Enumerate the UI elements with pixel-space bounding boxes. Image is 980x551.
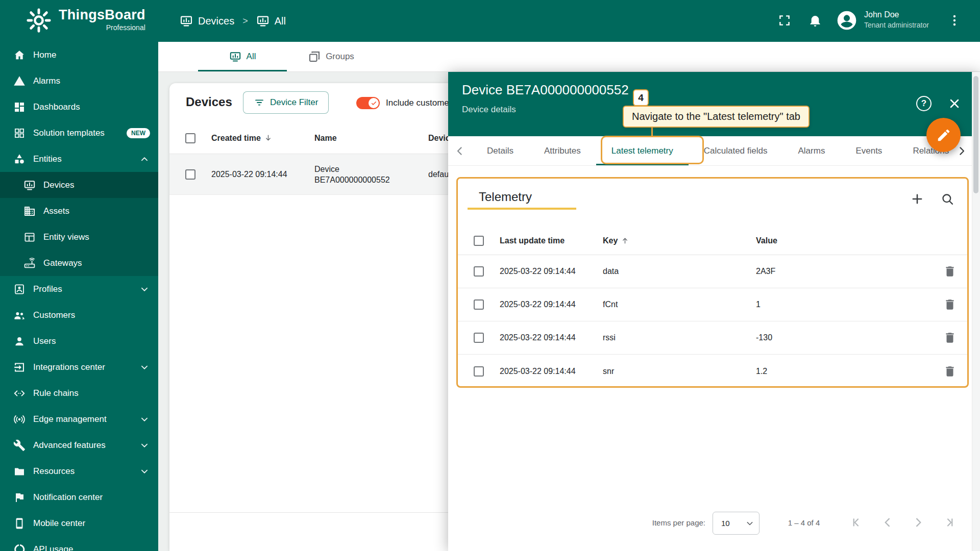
- device-filter-label: Device Filter: [270, 97, 318, 108]
- value-cell: -130: [756, 333, 933, 342]
- items-per-page-select[interactable]: 10: [713, 512, 760, 535]
- tab-groups[interactable]: Groups: [287, 42, 376, 71]
- more-menu-button[interactable]: [947, 13, 962, 28]
- breadcrumb-devices[interactable]: Devices: [180, 14, 234, 28]
- search-telemetry-button[interactable]: [940, 192, 954, 206]
- telemetry-rows: 2025-03-22 09:14:44data2A3F2025-03-22 09…: [458, 255, 967, 388]
- user-info: John Doe Tenant administrator: [864, 10, 929, 29]
- chevron-down-icon: [139, 362, 150, 373]
- telemetry-card: Telemetry Last update timeKeyValue 2025-…: [456, 177, 969, 388]
- tab-all-label: All: [247, 52, 256, 62]
- notifications-bell-button[interactable]: [808, 13, 822, 28]
- sidebar-item-rule-chains[interactable]: Rule chains: [0, 380, 158, 406]
- sidebar-item-mobile-center[interactable]: Mobile center: [0, 510, 158, 536]
- row-checkbox[interactable]: [474, 266, 484, 277]
- panel-scrollbar[interactable]: [972, 72, 980, 551]
- sidebar-item-home[interactable]: Home: [0, 42, 158, 68]
- column-header-key[interactable]: Key: [603, 236, 756, 245]
- sidebar-item-integrations-center[interactable]: Integrations center: [0, 354, 158, 380]
- first-page-button[interactable]: [850, 516, 864, 529]
- annotation-connector: [651, 127, 653, 137]
- last-page-button[interactable]: [942, 516, 955, 529]
- delete-telemetry-button[interactable]: [943, 298, 957, 311]
- next-page-button[interactable]: [912, 516, 925, 529]
- thingsboard-logo-icon: [25, 7, 53, 34]
- last-update-time-cell: 2025-03-22 09:14:44: [500, 333, 603, 342]
- row-checkbox[interactable]: [474, 333, 484, 343]
- last-update-time-cell: 2025-03-22 09:14:44: [500, 367, 603, 376]
- breadcrumb-all[interactable]: All: [256, 14, 286, 28]
- include-customers-label: Include customers: [386, 98, 456, 108]
- sidebar-item-entity-views[interactable]: Entity views: [0, 224, 158, 250]
- row-checkbox[interactable]: [474, 299, 484, 310]
- tab-attributes[interactable]: Attributes: [529, 136, 596, 165]
- alarms-icon: [13, 75, 26, 87]
- telemetry-row-data[interactable]: 2025-03-22 09:14:44data2A3F: [458, 255, 967, 288]
- column-header-last-update-time[interactable]: Last update time: [500, 236, 603, 245]
- edit-device-fab[interactable]: [926, 118, 961, 152]
- sidebar-item-solution-templates[interactable]: Solution templatesNEW: [0, 120, 158, 146]
- telemetry-row-snr[interactable]: 2025-03-22 09:14:44snr1.2: [458, 355, 967, 388]
- advanced-icon: [13, 439, 26, 452]
- thingsboard-app: ThingsBoard Professional Devices > All J…: [0, 0, 980, 551]
- assets-icon: [23, 205, 36, 217]
- sidebar-item-users[interactable]: Users: [0, 328, 158, 354]
- user-avatar[interactable]: [836, 9, 858, 32]
- telemetry-row-fcnt[interactable]: 2025-03-22 09:14:44fCnt1: [458, 288, 967, 321]
- sidebar-item-profiles[interactable]: Profiles: [0, 276, 158, 302]
- tab-alarms[interactable]: Alarms: [782, 136, 840, 165]
- sidebar-item-resources[interactable]: Resources: [0, 458, 158, 484]
- customers-icon: [13, 309, 26, 321]
- actions-cell: [933, 298, 967, 311]
- delete-telemetry-button[interactable]: [943, 365, 957, 378]
- tab-events[interactable]: Events: [840, 136, 897, 165]
- sidebar-item-notification-center[interactable]: Notification center: [0, 484, 158, 510]
- tab-all[interactable]: All: [198, 42, 287, 71]
- sidebar-item-devices[interactable]: Devices: [0, 172, 158, 198]
- sidebar-item-assets[interactable]: Assets: [0, 198, 158, 224]
- select-all-checkbox[interactable]: [185, 133, 195, 143]
- sidebar-item-label: Resources: [33, 466, 131, 477]
- row-checkbox[interactable]: [474, 366, 484, 377]
- sidebar-item-entities[interactable]: Entities: [0, 146, 158, 172]
- include-customers-toggle[interactable]: [356, 97, 380, 109]
- fullscreen-button[interactable]: [777, 13, 792, 28]
- sidebar-item-gateways[interactable]: Gateways: [0, 250, 158, 276]
- sidebar-item-label: Profiles: [33, 284, 131, 294]
- sidebar-item-advanced-features[interactable]: Advanced features: [0, 432, 158, 458]
- row-checkbox[interactable]: [185, 169, 195, 180]
- tabs-scroll-left-button[interactable]: [448, 145, 472, 157]
- device-filter-button[interactable]: Device Filter: [243, 91, 329, 114]
- sidebar-item-label: Edge management: [33, 414, 131, 424]
- column-header-name[interactable]: Name: [314, 134, 428, 143]
- column-header-value[interactable]: Value: [756, 236, 933, 245]
- help-button[interactable]: ?: [916, 96, 932, 111]
- thingsboard-logo[interactable]: ThingsBoard Professional: [25, 7, 145, 34]
- last-update-time-cell: 2025-03-22 09:14:44: [500, 267, 603, 276]
- sidebar-item-edge-management[interactable]: Edge management: [0, 406, 158, 432]
- groups-icon: [308, 51, 321, 63]
- sidebar-item-label: Entity views: [43, 232, 150, 242]
- sidebar-item-dashboards[interactable]: Dashboards: [0, 94, 158, 120]
- gateways-icon: [23, 257, 36, 269]
- devices-group-icon: [256, 14, 270, 28]
- solution-templates-icon: [13, 127, 26, 139]
- select-all-telemetry-checkbox[interactable]: [474, 236, 484, 246]
- delete-telemetry-button[interactable]: [943, 265, 957, 278]
- telemetry-row-rssi[interactable]: 2025-03-22 09:14:44rssi-130: [458, 321, 967, 355]
- scrollbar-thumb[interactable]: [973, 76, 978, 193]
- sidebar-item-api-usage[interactable]: API usage: [0, 536, 158, 551]
- checkbox-cell: [458, 236, 500, 246]
- column-header-created-time[interactable]: Created time: [211, 134, 314, 143]
- previous-page-button[interactable]: [881, 516, 894, 529]
- delete-telemetry-button[interactable]: [943, 331, 957, 344]
- sidebar-item-label: Integrations center: [33, 362, 131, 372]
- close-panel-button[interactable]: [947, 96, 962, 111]
- devices-icon: [23, 179, 36, 191]
- sidebar-item-alarms[interactable]: Alarms: [0, 68, 158, 94]
- add-telemetry-button[interactable]: [910, 192, 924, 206]
- sidebar-item-customers[interactable]: Customers: [0, 302, 158, 328]
- rule-chains-icon: [13, 387, 26, 399]
- telemetry-title: Telemetry: [479, 190, 532, 204]
- tab-details[interactable]: Details: [472, 136, 529, 165]
